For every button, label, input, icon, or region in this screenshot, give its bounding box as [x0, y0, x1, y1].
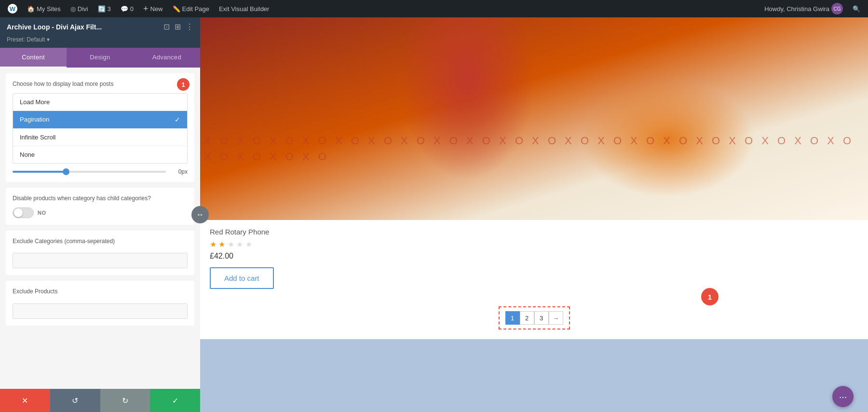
- product-info: Red Rotary Phone ★ ★ ★ ★ ★ £42.00 Add to…: [200, 220, 868, 297]
- comment-icon: 💬: [121, 5, 128, 13]
- star-3: ★: [228, 240, 234, 248]
- preset-selector[interactable]: Preset: Default ▾: [0, 36, 200, 48]
- product-name: Red Rotary Phone: [210, 228, 858, 236]
- divi-label: Divi: [78, 5, 88, 13]
- exclude-products-section: Exclude Products: [6, 281, 194, 326]
- howdy-btn[interactable]: Howdy, Christina Gwira CG: [760, 3, 847, 14]
- slider-fill: [13, 171, 66, 173]
- save-button[interactable]: ✓: [150, 389, 200, 412]
- comment-btn[interactable]: 💬 0: [117, 0, 137, 17]
- avatar: CG: [831, 3, 843, 14]
- sidebar-title: Archive Loop - Divi Ajax Filt...: [7, 23, 102, 31]
- load-more-label: Choose how to display load more posts: [13, 80, 188, 88]
- toggle-row: NO: [13, 207, 188, 218]
- page-btn-3[interactable]: 3: [534, 311, 549, 325]
- tab-content[interactable]: Content: [0, 48, 67, 68]
- undo-icon: ↺: [72, 396, 78, 405]
- fab-icon: ···: [839, 391, 847, 402]
- edit-page-btn[interactable]: ✏️ Edit Page: [169, 0, 213, 17]
- disable-products-toggle[interactable]: [13, 207, 34, 218]
- expand-icon[interactable]: ⊡: [163, 22, 170, 31]
- option-load-more-label: Load More: [20, 98, 50, 106]
- main-layout: Archive Loop - Divi Ajax Filt... ⊡ ⊞ ⋮ P…: [0, 17, 868, 412]
- sync-icon: 🔄: [98, 5, 106, 13]
- search-btn[interactable]: 🔍: [849, 5, 864, 13]
- sidebar-header: Archive Loop - Divi Ajax Filt... ⊡ ⊞ ⋮: [0, 17, 200, 36]
- tab-design[interactable]: Design: [67, 48, 133, 68]
- menu-dots-icon[interactable]: ⋮: [186, 22, 193, 31]
- option-infinite-scroll[interactable]: Infinite Scroll: [13, 129, 187, 146]
- product-image: X O X O X O X O X O X O X O X O X O X O …: [200, 17, 868, 220]
- search-icon: 🔍: [853, 5, 860, 13]
- slider-row: 0px: [13, 168, 188, 175]
- comment-num: 0: [130, 5, 134, 13]
- bottom-section: ···: [200, 339, 868, 412]
- step-badge-1: 1: [177, 78, 190, 91]
- preset-label: Preset: Default: [7, 36, 45, 43]
- page-btn-2[interactable]: 2: [520, 311, 534, 325]
- page-btn-1[interactable]: 1: [505, 311, 520, 325]
- wp-logo-btn[interactable]: W: [4, 0, 21, 17]
- exclude-categories-label: Exclude Categories (comma-seperated): [13, 237, 188, 246]
- bottom-action-bar: ✕ ↺ ↻ ✓: [0, 389, 200, 412]
- star-1: ★: [210, 240, 217, 248]
- sidebar-header-icons: ⊡ ⊞ ⋮: [163, 22, 193, 31]
- add-to-cart-button[interactable]: Add to cart: [210, 267, 274, 289]
- option-none[interactable]: None: [13, 146, 187, 163]
- grid-icon[interactable]: ⊞: [175, 22, 181, 31]
- pagination-box: 1 2 3 →: [499, 306, 570, 330]
- comments-btn[interactable]: 🔄 3: [94, 0, 115, 17]
- exit-label: Exit Visual Builder: [219, 5, 270, 13]
- plus-icon: +: [143, 4, 149, 14]
- new-btn[interactable]: + New: [139, 0, 167, 17]
- fab-button[interactable]: ···: [832, 386, 854, 407]
- pencil-icon: ✏️: [173, 5, 180, 13]
- exclude-categories-input[interactable]: [13, 253, 188, 268]
- exit-builder-btn[interactable]: Exit Visual Builder: [215, 0, 273, 17]
- xo-pattern: X O X O X O X O X O X O X O X O X O X O …: [200, 129, 868, 220]
- product-price: £42.00: [210, 252, 858, 261]
- option-infinite-scroll-label: Infinite Scroll: [20, 134, 55, 141]
- exclude-categories-section: Exclude Categories (comma-seperated): [6, 231, 194, 275]
- admin-bar-right: Howdy, Christina Gwira CG 🔍: [760, 3, 864, 14]
- edit-page-label: Edit Page: [182, 5, 209, 13]
- option-load-more[interactable]: Load More: [13, 94, 187, 111]
- check-icon: ✓: [175, 116, 180, 124]
- save-icon: ✓: [172, 396, 178, 405]
- undo-button[interactable]: ↺: [50, 389, 100, 412]
- star-4: ★: [236, 240, 243, 248]
- toggle-knob: [14, 208, 23, 217]
- slider-value: 0px: [171, 168, 188, 175]
- slider-thumb[interactable]: [63, 168, 69, 175]
- my-sites-label: My Sites: [37, 5, 61, 13]
- slider-track[interactable]: [13, 171, 166, 173]
- tab-bar: Content Design Advanced: [0, 48, 200, 68]
- redo-button[interactable]: ↻: [100, 389, 150, 412]
- disable-products-section: Disable products when category has child…: [6, 188, 194, 225]
- content-area: X O X O X O X O X O X O X O X O X O X O …: [200, 17, 868, 412]
- cancel-button[interactable]: ✕: [0, 389, 50, 412]
- divi-btn[interactable]: ◎ Divi: [67, 0, 92, 17]
- sidebar-content: Choose how to display load more posts 1 …: [0, 68, 200, 389]
- exclude-products-input[interactable]: [13, 303, 188, 319]
- sidebar-panel: Archive Loop - Divi Ajax Filt... ⊡ ⊞ ⋮ P…: [0, 17, 200, 412]
- disable-products-label: Disable products when category has child…: [13, 194, 188, 203]
- star-2: ★: [218, 240, 225, 248]
- wp-logo-icon: W: [8, 4, 17, 14]
- howdy-text: Howdy, Christina Gwira: [764, 5, 829, 13]
- product-stars: ★ ★ ★ ★ ★: [210, 240, 858, 249]
- load-more-dropdown: Load More Pagination ✓ Infinite Scroll N…: [13, 93, 188, 164]
- resize-handle[interactable]: ↔: [191, 206, 209, 223]
- option-pagination[interactable]: Pagination ✓: [13, 111, 187, 129]
- star-5: ★: [245, 240, 252, 248]
- cancel-icon: ✕: [22, 396, 28, 405]
- exclude-products-label: Exclude Products: [13, 288, 188, 296]
- divi-icon: ◎: [70, 5, 76, 13]
- pagination-badge: 1: [701, 288, 719, 305]
- admin-bar: W 🏠 My Sites ◎ Divi 🔄 3 💬 0 + New ✏️ Edi…: [0, 0, 868, 17]
- my-sites-btn[interactable]: 🏠 My Sites: [23, 0, 65, 17]
- toggle-state-label: NO: [38, 210, 46, 216]
- comments-count: 3: [108, 5, 111, 13]
- tab-advanced[interactable]: Advanced: [134, 48, 200, 68]
- page-btn-next[interactable]: →: [549, 311, 563, 325]
